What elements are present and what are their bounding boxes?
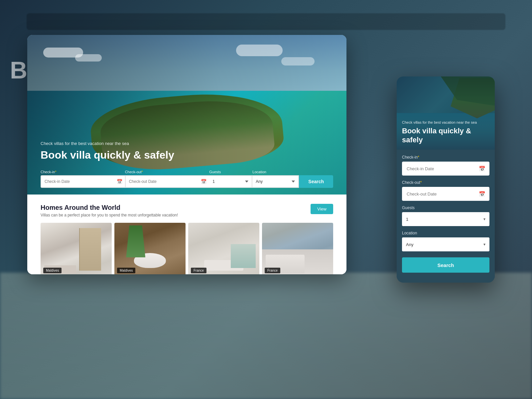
mobile-checkin-label: Check-in* — [402, 155, 489, 160]
homes-header: Homes Around the World Villas can be a p… — [41, 204, 333, 217]
property-card[interactable]: Maldives — [114, 223, 186, 274]
checkin-input-wrapper: 📅 — [41, 175, 125, 188]
mobile-hero-content: Check villas for the best vacation near … — [397, 115, 495, 150]
mobile-guests-select[interactable]: 1 2 3 4 5 6+ — [402, 212, 489, 226]
property-card[interactable]: France — [188, 223, 259, 274]
mobile-checkin-input[interactable] — [402, 162, 489, 176]
property-card[interactable]: France — [262, 223, 333, 274]
mobile-hero-title: Book villa quickly & safely — [402, 127, 489, 144]
cloud-2 — [75, 54, 102, 62]
search-button[interactable]: Search — [299, 175, 333, 188]
property-image-4 — [262, 223, 333, 274]
homes-subtitle: Villas can be a perfect place for you to… — [41, 213, 178, 217]
search-group: x Search — [299, 170, 333, 188]
guests-group: Guests 1 2 3 4 5 6+ — [209, 170, 252, 188]
homes-text: Homes Around the World Villas can be a p… — [41, 204, 178, 217]
checkin-calendar-icon: 📅 — [117, 179, 122, 184]
hero-search-form: Check-in* 📅 Check-out* 📅 Guests — [41, 170, 333, 188]
mobile-checkout-input[interactable] — [402, 187, 489, 201]
mobile-location-label: Location — [402, 231, 489, 235]
mobile-location-group: Location Any Maldives France Bali Santor… — [402, 231, 489, 251]
location-label: Location — [252, 170, 299, 174]
mobile-checkout-calendar-icon: 📅 — [479, 191, 485, 197]
property-card[interactable]: Maldives — [41, 223, 112, 274]
cloud-4 — [281, 57, 315, 66]
mobile-checkin-wrapper: 📅 — [402, 162, 489, 176]
guests-select[interactable]: 1 2 3 4 5 6+ — [209, 175, 252, 188]
location-select[interactable]: Any Maldives France Bali Santorini — [252, 175, 299, 188]
mobile-checkout-wrapper: 📅 — [402, 187, 489, 201]
property-location-4: France — [265, 268, 280, 273]
mobile-location-select[interactable]: Any Maldives France Bali Santorini — [402, 237, 489, 251]
checkin-group: Check-in* 📅 — [41, 170, 125, 188]
checkout-input[interactable] — [125, 175, 209, 188]
property-grid: Maldives Maldives France France — [41, 223, 333, 274]
mobile-guests-wrapper: 1 2 3 4 5 6+ ▾ — [402, 212, 489, 226]
bg-bottom-blur — [0, 273, 532, 399]
mobile-hero-subtitle: Check villas for the best vacation near … — [402, 120, 489, 125]
checkout-group: Check-out* 📅 — [125, 170, 209, 188]
property-image-1 — [41, 223, 112, 274]
trance-label: Trance — [338, 329, 349, 332]
location-group: Location Any Maldives France Bali Santor… — [252, 170, 299, 188]
hero-title: Book villa quickly & safely — [41, 149, 174, 161]
hero-section: Check villas for the best vacation near … — [27, 35, 346, 195]
homes-section: Homes Around the World Villas can be a p… — [27, 195, 346, 274]
mobile-guests-group: Guests 1 2 3 4 5 6+ ▾ — [402, 205, 489, 226]
checkin-input[interactable] — [41, 175, 125, 188]
mobile-hero: Check villas for the best vacation near … — [397, 76, 495, 150]
mobile-search-button[interactable]: Search — [402, 257, 489, 273]
mobile-card: Check villas for the best vacation near … — [397, 76, 495, 283]
mobile-checkin-group: Check-in* 📅 — [402, 155, 489, 176]
checkout-calendar-icon: 📅 — [201, 179, 206, 184]
desktop-card: Check villas for the best vacation near … — [27, 35, 346, 274]
property-image-3 — [188, 223, 259, 274]
mobile-checkout-label: Check-out* — [402, 180, 489, 185]
checkin-label: Check-in* — [41, 170, 125, 174]
property-location-3: France — [191, 268, 206, 273]
checkout-input-wrapper: 📅 — [125, 175, 209, 188]
mobile-checkin-calendar-icon: 📅 — [479, 166, 485, 172]
mobile-guests-label: Guests — [402, 205, 489, 210]
homes-title: Homes Around the World — [41, 204, 178, 211]
mobile-form: Check-in* 📅 Check-out* 📅 Guests 1 — [397, 150, 495, 278]
property-location-2: Maldives — [117, 268, 135, 273]
property-location-1: Maldives — [43, 268, 62, 273]
view-all-button[interactable]: View — [311, 204, 333, 214]
bg-nav-blur — [27, 13, 505, 30]
mobile-checkout-group: Check-out* 📅 — [402, 180, 489, 201]
guests-label: Guests — [209, 170, 252, 174]
hero-content: Check villas for the best vacation near … — [41, 141, 174, 168]
mobile-location-wrapper: Any Maldives France Bali Santorini ▾ — [402, 237, 489, 251]
cloud-3 — [236, 45, 283, 56]
checkout-label: Check-out* — [125, 170, 209, 174]
hero-subtitle: Check villas for the best vacation near … — [41, 141, 174, 146]
property-image-2 — [114, 223, 186, 274]
